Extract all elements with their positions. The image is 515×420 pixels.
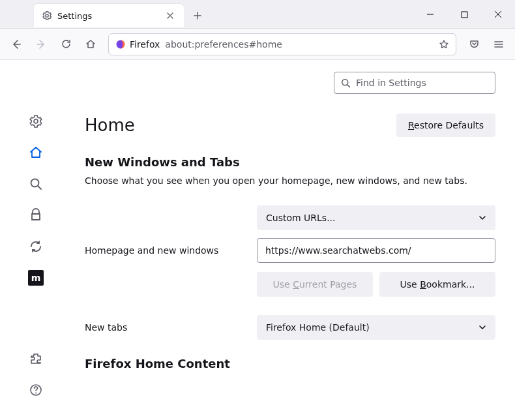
sidebar-item-help[interactable] [25,380,46,400]
sidebar: m [0,60,72,420]
gear-icon [42,10,52,21]
search-placeholder: Find in Settings [356,78,426,88]
tab-title: Settings [57,11,159,21]
content: m Find in Settings Home Restore Defaults… [0,60,515,420]
maximize-button[interactable] [447,0,481,29]
svg-point-5 [342,79,348,85]
close-window-button[interactable] [481,0,515,29]
home-button[interactable] [80,33,102,55]
reload-button[interactable] [55,33,77,55]
main-panel: Find in Settings Home Restore Defaults N… [72,60,515,420]
forward-button[interactable] [30,33,52,55]
firefox-icon [115,39,126,50]
search-input[interactable]: Find in Settings [334,72,495,94]
titlebar: Settings [0,0,515,29]
homepage-mode-dropdown[interactable]: Custom URLs... [257,205,495,230]
use-bookmark-button[interactable]: Use Bookmark... [379,272,495,297]
sidebar-item-extensions[interactable] [25,348,46,369]
section-description: Choose what you see when you open your h… [85,175,495,186]
new-tab-button[interactable] [188,6,207,25]
identity-box[interactable]: Firefox [115,39,160,50]
toolbar: Firefox about:preferences#home [0,29,515,60]
m-icon: m [28,270,44,286]
url-text: about:preferences#home [165,39,434,50]
search-icon [341,78,351,88]
svg-point-4 [35,393,37,394]
tab-settings[interactable]: Settings [34,4,184,27]
app-menu-button[interactable] [488,33,510,55]
back-button[interactable] [5,33,27,55]
sidebar-item-privacy[interactable] [25,205,46,226]
use-current-pages-button[interactable]: Use Current Pages [257,272,373,297]
close-icon[interactable] [164,10,176,22]
chevron-down-icon [478,323,486,331]
section-heading-home-content: Firefox Home Content [85,357,495,370]
sidebar-item-search[interactable] [25,173,46,194]
dropdown-value: Firefox Home (Default) [266,322,370,333]
bookmark-star-icon[interactable] [439,39,449,50]
url-bar[interactable]: Firefox about:preferences#home [108,33,456,55]
pocket-button[interactable] [463,33,485,55]
section-heading-windows-tabs: New Windows and Tabs [85,155,495,169]
minimize-button[interactable] [413,0,447,29]
newtabs-label: New tabs [85,322,257,333]
window-controls [413,0,515,29]
newtabs-dropdown[interactable]: Firefox Home (Default) [257,315,495,340]
sidebar-item-sync[interactable] [25,236,46,257]
restore-defaults-button[interactable]: Restore Defaults [396,113,495,137]
homepage-label: Homepage and new windows [85,245,257,256]
sidebar-item-more[interactable]: m [25,267,46,288]
sidebar-item-general[interactable] [25,111,46,132]
sidebar-item-home[interactable] [25,142,46,163]
dropdown-value: Custom URLs... [266,213,336,223]
chevron-down-icon [478,214,486,222]
identity-label: Firefox [130,39,160,50]
homepage-url-input[interactable] [257,238,495,263]
svg-rect-0 [462,12,467,18]
page-title: Home [85,115,135,135]
tab-strip: Settings [0,0,207,27]
